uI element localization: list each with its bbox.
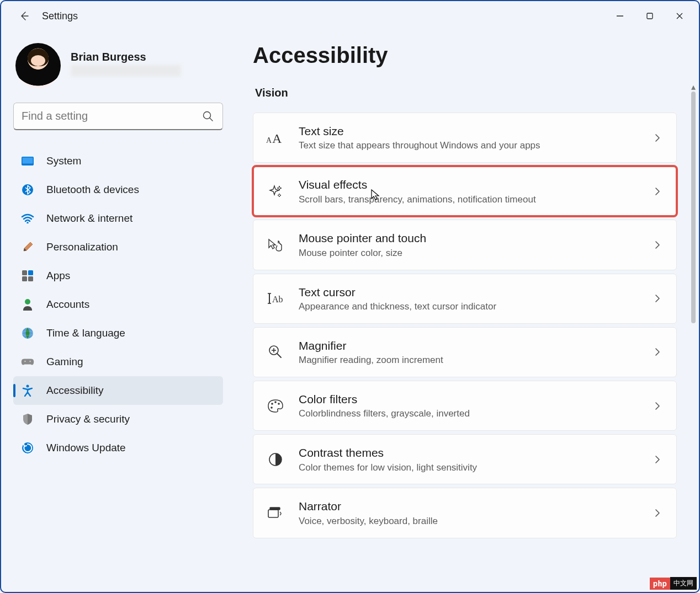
maximize-icon — [646, 12, 654, 20]
maximize-button[interactable] — [635, 6, 665, 26]
card-subtitle: Mouse pointer color, size — [299, 247, 645, 260]
user-block[interactable]: Brian Burgess — [13, 43, 223, 88]
sidebar-item-label: Accounts — [46, 298, 89, 311]
card-title: Mouse pointer and touch — [299, 230, 645, 246]
sidebar-item-privacy[interactable]: Privacy & security — [13, 405, 223, 434]
chevron-right-icon — [652, 186, 663, 197]
close-button[interactable] — [665, 6, 694, 26]
svg-rect-34 — [268, 510, 278, 517]
card-title: Magnifier — [299, 338, 645, 354]
sidebar-item-label: Accessibility — [46, 384, 103, 397]
svg-point-17 — [26, 385, 29, 388]
sidebar-item-bluetooth[interactable]: Bluetooth & devices — [13, 175, 223, 204]
content: Accessibility Vision AA Text size Text s… — [233, 31, 699, 592]
avatar — [15, 43, 61, 88]
person-icon — [21, 298, 34, 311]
card-visual-effects[interactable]: Visual effects Scroll bars, transparency… — [253, 166, 677, 216]
page-title: Accessibility — [253, 43, 677, 68]
chevron-right-icon — [652, 507, 663, 519]
card-title: Narrator — [299, 498, 645, 514]
back-button[interactable] — [17, 8, 32, 24]
chevron-right-icon — [652, 293, 663, 304]
section-header: Vision — [253, 87, 677, 99]
accessibility-icon — [21, 384, 34, 397]
sidebar-item-label: Time & language — [46, 327, 125, 339]
svg-rect-35 — [270, 507, 280, 510]
narrator-icon — [266, 503, 285, 523]
sidebar-item-gaming[interactable]: Gaming — [13, 348, 223, 376]
arrow-left-icon — [19, 10, 30, 22]
scroll-thumb[interactable] — [691, 92, 696, 323]
pointer-touch-icon — [266, 235, 285, 255]
svg-rect-11 — [28, 276, 33, 281]
card-text-cursor[interactable]: Ab Text cursor Appearance and thickness,… — [253, 274, 677, 324]
sidebar-item-label: Network & internet — [46, 212, 132, 225]
svg-point-16 — [29, 361, 31, 362]
brush-icon — [21, 241, 34, 254]
svg-point-30 — [274, 401, 277, 403]
display-icon — [21, 154, 34, 168]
sidebar-item-network[interactable]: Network & internet — [13, 204, 223, 233]
svg-line-26 — [277, 354, 281, 357]
card-narrator[interactable]: Narrator Voice, verbosity, keyboard, bra… — [253, 488, 677, 538]
card-title: Color filters — [299, 391, 645, 407]
svg-point-29 — [271, 403, 273, 405]
card-subtitle: Appearance and thickness, text cursor in… — [299, 300, 645, 313]
svg-rect-5 — [23, 158, 33, 164]
sidebar-item-label: Gaming — [46, 356, 83, 368]
shield-icon — [21, 413, 34, 426]
sidebar-item-label: Windows Update — [46, 442, 126, 454]
palette-icon — [266, 396, 285, 416]
svg-rect-1 — [647, 13, 653, 19]
card-subtitle: Voice, verbosity, keyboard, braille — [299, 515, 645, 528]
update-icon — [21, 441, 34, 455]
chevron-right-icon — [652, 239, 663, 250]
watermark-label-1: php — [650, 578, 670, 590]
svg-text:Ab: Ab — [272, 295, 283, 304]
contrast-icon — [266, 450, 285, 469]
watermark: php 中文网 — [650, 577, 697, 590]
user-email-redacted — [71, 65, 181, 77]
nav-list: System Bluetooth & devices Network & int… — [13, 147, 223, 462]
wifi-icon — [21, 212, 34, 225]
svg-point-32 — [271, 407, 273, 409]
vertical-scrollbar[interactable]: ▴ ▾ — [690, 83, 697, 585]
sidebar-item-label: Bluetooth & devices — [46, 184, 139, 196]
svg-rect-9 — [28, 270, 33, 275]
user-name: Brian Burgess — [71, 51, 181, 63]
sidebar-item-apps[interactable]: Apps — [13, 261, 223, 290]
card-magnifier[interactable]: Magnifier Magnifier reading, zoom increm… — [253, 327, 677, 377]
minimize-button[interactable] — [605, 6, 635, 26]
apps-icon — [21, 269, 34, 282]
sidebar-item-personalization[interactable]: Personalization — [13, 233, 223, 261]
card-text-size[interactable]: AA Text size Text size that appears thro… — [253, 113, 677, 163]
app-title: Settings — [42, 10, 78, 22]
card-color-filters[interactable]: Color filters Colorblindness filters, gr… — [253, 381, 677, 431]
card-list: AA Text size Text size that appears thro… — [253, 113, 677, 538]
scroll-up-arrow-icon[interactable]: ▴ — [690, 83, 697, 90]
scroll-track[interactable] — [691, 92, 696, 576]
svg-point-7 — [26, 222, 29, 223]
card-contrast-themes[interactable]: Contrast themes Color themes for low vis… — [253, 434, 677, 484]
search-icon — [202, 110, 214, 122]
sidebar-item-system[interactable]: System — [13, 147, 223, 175]
sparkle-icon — [266, 181, 285, 201]
card-subtitle: Colorblindness filters, grayscale, inver… — [299, 407, 645, 420]
card-mouse-pointer[interactable]: Mouse pointer and touch Mouse pointer co… — [253, 220, 677, 270]
card-title: Contrast themes — [299, 445, 645, 461]
sidebar-item-time-language[interactable]: Time & language — [13, 319, 223, 348]
svg-line-3 — [210, 118, 213, 121]
svg-point-12 — [25, 299, 30, 304]
card-title: Text size — [299, 123, 645, 139]
sidebar-item-accessibility[interactable]: Accessibility — [13, 376, 223, 405]
card-title: Visual effects — [299, 177, 645, 193]
svg-point-15 — [24, 361, 26, 362]
magnifier-icon — [266, 342, 285, 362]
svg-text:A: A — [266, 136, 272, 145]
close-icon — [676, 12, 683, 20]
svg-rect-8 — [22, 270, 27, 275]
search-input[interactable] — [13, 103, 223, 130]
sidebar-item-windows-update[interactable]: Windows Update — [13, 434, 223, 462]
sidebar-item-accounts[interactable]: Accounts — [13, 290, 223, 319]
chevron-right-icon — [652, 132, 663, 143]
